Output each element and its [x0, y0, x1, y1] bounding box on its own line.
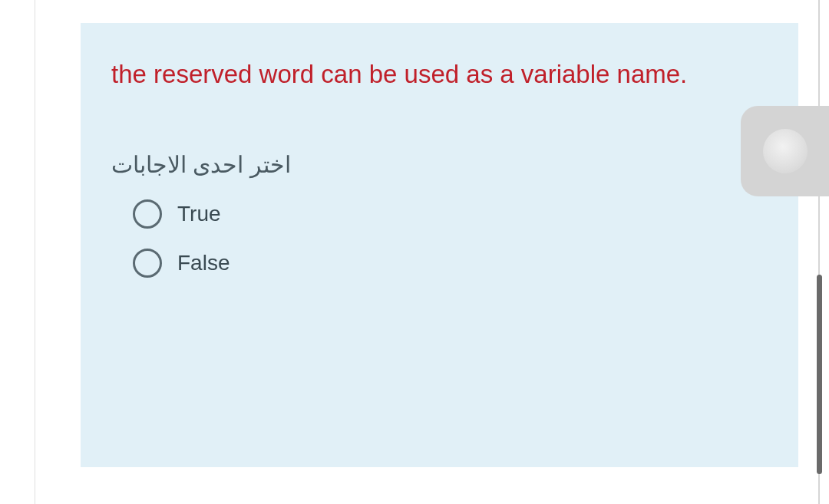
radio-icon[interactable] [133, 249, 162, 278]
option-false[interactable]: False [133, 249, 768, 278]
option-true[interactable]: True [133, 199, 768, 229]
option-label: True [177, 202, 221, 226]
option-label: False [177, 251, 230, 275]
answer-prompt: اختر احدى الاجابات [111, 151, 768, 178]
accessibility-widget[interactable] [741, 106, 829, 196]
scrollbar-thumb[interactable] [817, 275, 822, 474]
assist-button-icon [763, 129, 808, 173]
options-group: True False [111, 199, 768, 278]
radio-icon[interactable] [133, 199, 162, 229]
question-panel: the reserved word can be used as a varia… [81, 23, 798, 467]
left-divider [35, 0, 35, 504]
question-text: the reserved word can be used as a varia… [111, 55, 768, 94]
